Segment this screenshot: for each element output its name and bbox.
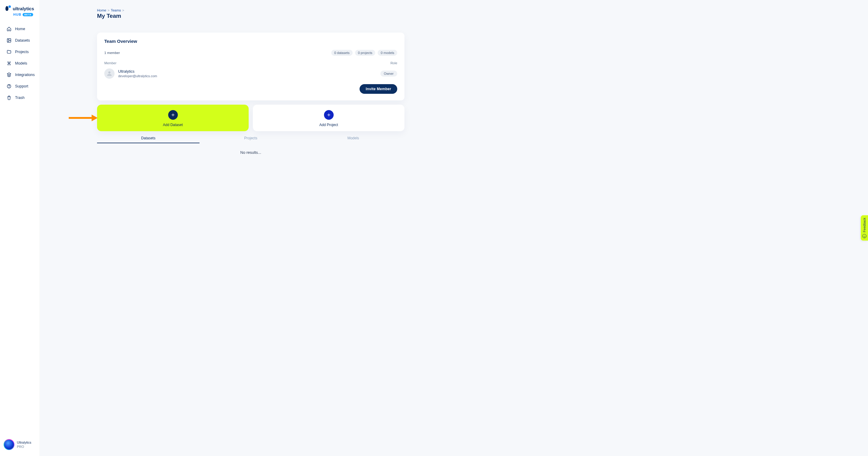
image-icon [7,38,11,43]
sidebar-item-integrations[interactable]: Integrations [3,70,36,80]
svg-point-3 [9,87,9,87]
plus-icon [324,110,334,120]
sidebar-item-trash[interactable]: Trash [3,93,36,103]
feedback-label: Feedback [863,218,866,232]
chip-projects: 0 projects [355,50,375,56]
breadcrumb-home[interactable]: Home [97,8,106,12]
brand-name: ultralytics [13,6,34,11]
home-icon [7,27,11,31]
sidebar-item-label: Support [15,84,28,88]
main-content: Home > Teams > My Team Team Overview 1 m… [40,0,868,456]
svg-marker-5 [92,115,98,121]
layers-icon [7,73,11,77]
member-email: developer@ultralytics.com [118,74,157,78]
user-block[interactable]: Ultralytics PRO [0,437,39,452]
sidebar-item-support[interactable]: Support [3,81,36,91]
add-dataset-tile[interactable]: Add Dataset [97,105,249,131]
svg-point-1 [8,39,9,40]
col-member: Member [104,61,116,65]
tab-datasets[interactable]: Datasets [97,134,199,143]
col-role: Role [390,61,397,65]
sidebar-item-label: Models [15,61,27,65]
brand-mark-icon [5,5,11,11]
member-avatar-icon [104,68,115,79]
trash-icon [7,95,11,100]
brand-sub: HUB [13,13,22,16]
user-plan: PRO [17,445,31,449]
folder-icon [7,50,11,54]
chip-datasets: 0 datasets [331,50,352,56]
sidebar-item-projects[interactable]: Projects [3,47,36,57]
annotation-arrow-icon [69,115,98,121]
page-title: My Team [97,13,404,19]
command-icon [7,61,11,66]
tabs: Datasets Projects Models [97,134,404,144]
invite-member-button[interactable]: Invite Member [360,84,397,94]
breadcrumb-teams[interactable]: Teams [111,8,121,12]
sidebar-item-label: Datasets [15,38,30,42]
tile-label: Add Project [319,123,338,127]
plus-icon [168,110,178,120]
member-role: Owner [380,70,397,77]
sidebar-item-label: Projects [15,50,29,54]
sidebar-item-home[interactable]: Home [3,24,36,34]
user-name: Ultralytics [17,440,31,445]
sidebar-item-label: Trash [15,95,25,100]
no-results-text: No results... [97,144,404,161]
sidebar: ultralytics HUB BETA Home Datasets [0,0,40,456]
sidebar-item-label: Integrations [15,73,35,77]
sidebar-item-label: Home [15,27,25,31]
tab-models[interactable]: Models [302,134,404,143]
chip-models: 0 models [378,50,397,56]
sidebar-item-datasets[interactable]: Datasets [3,36,36,45]
team-overview-card: Team Overview 1 member 0 datasets 0 proj… [97,33,404,101]
tile-label: Add Dataset [163,123,183,127]
avatar-icon [4,439,14,450]
sidebar-nav: Home Datasets Projects Models [0,22,39,105]
card-title: Team Overview [104,38,397,44]
sidebar-item-models[interactable]: Models [3,58,36,68]
member-name: Ultralytics [118,69,157,74]
help-icon [7,84,11,89]
smile-icon: ☺ [862,234,867,238]
feedback-tab[interactable]: Feedback ☺ [861,215,868,241]
action-tiles: Add Dataset Add Project [97,105,404,131]
brand-logo[interactable]: ultralytics HUB BETA [0,5,39,22]
member-count: 1 member [104,51,120,55]
breadcrumb: Home > Teams > [97,8,404,12]
add-project-tile[interactable]: Add Project [253,105,404,131]
breadcrumb-sep: > [107,8,110,12]
member-row: Ultralytics developer@ultralytics.com Ow… [104,68,397,79]
tab-projects[interactable]: Projects [199,134,302,143]
brand-badge: BETA [23,13,33,16]
breadcrumb-sep: > [122,8,124,12]
